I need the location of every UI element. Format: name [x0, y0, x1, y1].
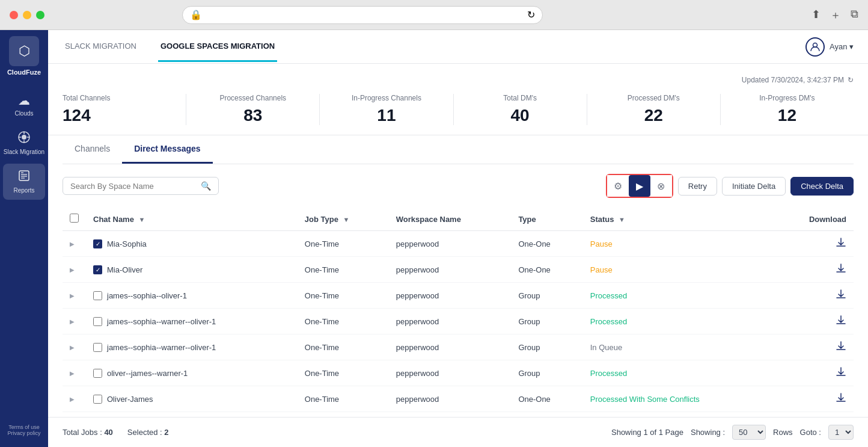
chat-name-filter-icon[interactable]: ▼ [139, 216, 145, 223]
stop-icon-button[interactable]: ⊗ [650, 175, 672, 197]
retry-button[interactable]: Retry [678, 177, 717, 196]
close-traffic-light[interactable] [10, 11, 18, 19]
table-footer: Total Jobs : 40 Selected : 2 Showing 1 o… [48, 417, 868, 447]
refresh-icon[interactable]: ↻ [527, 9, 535, 20]
row-type: Group [511, 309, 582, 334]
row-checkbox[interactable] [93, 369, 102, 378]
user-area: Ayan ▾ [805, 37, 854, 57]
row-select[interactable]: james--sophia--warner--oliver-1 [86, 309, 298, 334]
user-avatar[interactable] [805, 37, 825, 57]
table-row: ▶ james--sophia--warner--oliver-1 One-Ti… [63, 309, 854, 334]
row-download[interactable] [774, 231, 854, 257]
row-checkbox[interactable] [93, 317, 102, 326]
row-chat-name: Oliver-James [107, 395, 153, 404]
browser-actions: ⬆ ＋ ⧉ [811, 8, 858, 22]
row-expand[interactable]: ▶ [63, 386, 86, 412]
stat-total-channels: Total Channels 124 [63, 94, 186, 125]
initiate-delta-button[interactable]: Initiate Delta [722, 177, 786, 196]
action-btn-inner: ⚙ ▶ ⊗ [607, 175, 672, 197]
lock-icon: 🔒 [190, 9, 202, 20]
row-checkbox-checked[interactable]: ✓ [93, 239, 102, 248]
tab-direct-messages[interactable]: Direct Messages [122, 135, 213, 164]
row-expand[interactable]: ▶ [63, 309, 86, 334]
row-workspace: pepperwood [389, 309, 512, 334]
sidebar: ⬡ CloudFuze ☁ Clouds Slack Migration [0, 30, 48, 447]
row-checkbox[interactable] [93, 343, 102, 352]
row-checkbox[interactable] [93, 291, 102, 300]
row-select[interactable]: james--sophia--warner--oliver-1 [86, 334, 298, 360]
settings-icon-button[interactable]: ⚙ [607, 175, 629, 197]
status-filter-icon[interactable]: ▼ [619, 216, 625, 223]
row-expand[interactable]: ▶ [63, 360, 86, 386]
row-workspace: pepperwood [389, 231, 512, 257]
row-type: Group [511, 360, 582, 386]
refresh-stats-icon[interactable]: ↻ [848, 76, 854, 84]
row-expand[interactable]: ▶ [63, 334, 86, 360]
row-expand[interactable]: ▶ [63, 231, 86, 257]
user-name[interactable]: Ayan ▾ [830, 42, 854, 51]
search-input[interactable] [70, 182, 196, 191]
tab-channels[interactable]: Channels [63, 135, 122, 164]
row-select[interactable]: ✓ Mia-Sophia [86, 231, 298, 257]
row-download[interactable] [774, 386, 854, 412]
row-download[interactable] [774, 283, 854, 309]
terms-link[interactable]: Terms of use [7, 424, 40, 430]
row-download[interactable] [774, 334, 854, 360]
row-download[interactable] [774, 309, 854, 334]
privacy-link[interactable]: Privacy policy [7, 430, 40, 436]
fullscreen-traffic-light[interactable] [36, 11, 44, 19]
select-all-checkbox[interactable] [70, 214, 79, 223]
download-icon[interactable] [836, 317, 846, 327]
th-job-type: Job Type ▼ [298, 208, 389, 231]
status-badge: Processed [590, 369, 627, 378]
footer-info: Total Jobs : 40 Selected : 2 [63, 428, 169, 437]
check-delta-button[interactable]: Check Delta [790, 177, 854, 196]
goto-page-select[interactable]: 1 [828, 425, 854, 440]
download-icon[interactable] [836, 369, 846, 379]
stat-label-total-dms: Total DM's [463, 94, 577, 102]
row-checkbox-checked[interactable]: ✓ [93, 265, 102, 274]
share-icon[interactable]: ⬆ [811, 8, 821, 22]
row-download[interactable] [774, 257, 854, 283]
row-select[interactable]: james--sophia--oliver-1 [86, 283, 298, 309]
stats-grid: Total Channels 124 Processed Channels 83… [63, 94, 854, 125]
sidebar-item-slack-migration[interactable]: Slack Migration [3, 125, 45, 161]
sidebar-item-reports[interactable]: Reports [3, 164, 45, 200]
row-expand[interactable]: ▶ [63, 257, 86, 283]
download-icon[interactable] [836, 343, 846, 353]
download-icon[interactable] [836, 395, 846, 405]
download-icon[interactable] [836, 265, 846, 276]
updated-text: Updated 7/30/2024, 3:42:37 PM [742, 76, 844, 84]
address-bar[interactable]: 🔒 ↻ [182, 6, 543, 24]
new-tab-icon[interactable]: ＋ [830, 8, 841, 22]
sidebar-item-clouds[interactable]: ☁ Clouds [3, 87, 45, 123]
download-icon[interactable] [836, 239, 846, 250]
job-type-filter-icon[interactable]: ▼ [343, 216, 350, 223]
table-body: ▶ ✓ Mia-Sophia One-Time pepperwood One-O… [63, 231, 854, 412]
status-badge: Processed With Some Conflicts [590, 395, 700, 404]
row-chat-name: Mia-Sophia [107, 239, 147, 248]
row-workspace: pepperwood [389, 360, 512, 386]
row-type: One-One [511, 257, 582, 283]
tab-slack-migration[interactable]: SLACK MIGRATION [63, 32, 139, 62]
row-download[interactable] [774, 360, 854, 386]
rows-per-page-select[interactable]: 50 100 200 [732, 425, 766, 440]
row-select[interactable]: Oliver-James [86, 386, 298, 412]
tab-google-spaces[interactable]: GOOGLE SPACES MIGRATION [158, 32, 277, 62]
download-icon[interactable] [836, 291, 846, 301]
row-expand[interactable]: ▶ [63, 283, 86, 309]
action-btn-group: ⚙ ▶ ⊗ [606, 174, 673, 198]
play-button[interactable]: ▶ [629, 175, 650, 197]
table-row: ▶ james--sophia--oliver-1 One-Time peppe… [63, 283, 854, 309]
sidebar-label-clouds: Clouds [14, 110, 33, 117]
row-chat-name: james--sophia--warner--oliver-1 [107, 317, 216, 326]
minimize-traffic-light[interactable] [23, 11, 31, 19]
tabs-icon[interactable]: ⧉ [851, 8, 858, 22]
row-select[interactable]: ✓ Mia-Oliver [86, 257, 298, 283]
showing-label: Showing : [691, 428, 725, 437]
row-job-type: One-Time [298, 231, 389, 257]
row-select[interactable]: oliver--james--warner-1 [86, 360, 298, 386]
search-box[interactable]: 🔍 [63, 177, 219, 195]
selected-value: 2 [164, 428, 168, 437]
row-checkbox[interactable] [93, 395, 102, 404]
